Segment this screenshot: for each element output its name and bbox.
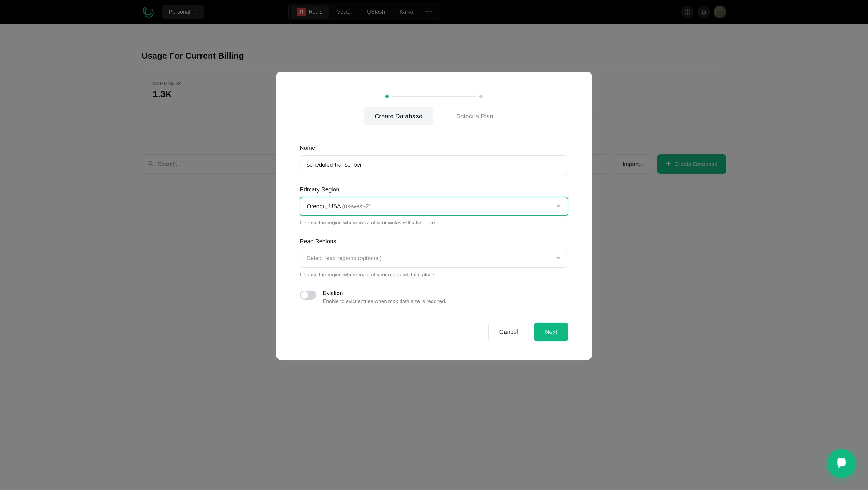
- primary-region-select[interactable]: Oregon, USA (us-west-2): [300, 197, 568, 216]
- step-line: [392, 96, 476, 96]
- chat-icon: [835, 457, 848, 470]
- name-input[interactable]: [300, 155, 568, 174]
- chevron-down-icon: [556, 255, 561, 262]
- primary-region-help: Choose the region where most of your wri…: [300, 220, 568, 226]
- read-regions-placeholder: Select read regions (optional): [307, 255, 381, 262]
- modal-actions: Cancel Next: [300, 322, 568, 341]
- form-group-name: Name: [300, 145, 568, 174]
- step-dot-1: [385, 95, 389, 98]
- primary-region-label: Primary Region: [300, 186, 568, 193]
- form-group-read-regions: Read Regions Select read regions (option…: [300, 238, 568, 278]
- cancel-button[interactable]: Cancel: [488, 322, 529, 341]
- next-button[interactable]: Next: [534, 322, 568, 341]
- modal-overlay[interactable]: Create Database Select a Plan Name Prima…: [0, 0, 868, 490]
- toggle-knob: [301, 291, 308, 299]
- name-label: Name: [300, 145, 568, 151]
- eviction-desc: Enable to evict entries when max data si…: [323, 298, 446, 305]
- step-dot-2: [479, 95, 483, 98]
- read-regions-help: Choose the region where most of your rea…: [300, 272, 568, 278]
- read-regions-select[interactable]: Select read regions (optional): [300, 249, 568, 268]
- read-regions-label: Read Regions: [300, 238, 568, 245]
- eviction-title: Eviction: [323, 290, 446, 296]
- chevron-down-icon: [556, 203, 561, 210]
- form-group-primary-region: Primary Region Oregon, USA (us-west-2) C…: [300, 186, 568, 226]
- eviction-toggle[interactable]: [300, 291, 316, 299]
- region-name: Oregon, USA: [307, 203, 342, 209]
- step-create-database[interactable]: Create Database: [364, 107, 433, 125]
- chat-fab[interactable]: [827, 449, 856, 478]
- create-database-modal: Create Database Select a Plan Name Prima…: [276, 72, 592, 360]
- step-select-plan: Select a Plan: [445, 107, 504, 125]
- eviction-toggle-row: Eviction Enable to evict entries when ma…: [300, 290, 568, 305]
- step-labels: Create Database Select a Plan: [300, 107, 568, 125]
- region-code: (us-west-2): [342, 203, 371, 209]
- stepper: [300, 95, 568, 98]
